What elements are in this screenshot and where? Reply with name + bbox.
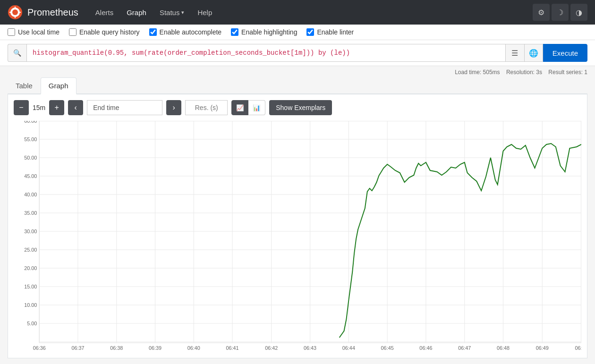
- svg-text:06:40: 06:40: [187, 345, 200, 351]
- svg-rect-3: [15, 7, 16, 9]
- theme-moon-button[interactable]: ☽: [552, 4, 569, 21]
- brand-title: Prometheus: [27, 7, 78, 18]
- svg-text:06:49: 06:49: [536, 345, 549, 351]
- navbar-actions: ⚙ ☽ ◑: [533, 4, 587, 21]
- line-chart-icon: 📈: [236, 104, 244, 111]
- enable-linter-checkbox[interactable]: [306, 28, 314, 36]
- enable-highlighting-label[interactable]: Enable highlighting: [231, 28, 297, 36]
- svg-text:45.00: 45.00: [24, 173, 37, 179]
- settings-button[interactable]: ⚙: [533, 4, 550, 21]
- contrast-button[interactable]: ◑: [570, 4, 587, 21]
- search-actions: ☰ 🌐: [505, 44, 543, 62]
- svg-text:10.00: 10.00: [24, 302, 37, 308]
- resolution: Resolution: 3s: [506, 69, 542, 76]
- svg-text:5.00: 5.00: [27, 321, 37, 326]
- metrics-explorer-button[interactable]: 🌐: [524, 44, 543, 62]
- tab-graph[interactable]: Graph: [41, 77, 76, 94]
- svg-text:06:43: 06:43: [304, 345, 316, 351]
- stacked-chart-icon: 📊: [253, 104, 261, 111]
- result-series: Result series: 1: [548, 69, 587, 76]
- globe-icon: 🌐: [529, 49, 538, 58]
- chart-type-buttons: 📈 📊: [231, 100, 265, 115]
- resolution-input[interactable]: [185, 100, 228, 115]
- svg-text:06:42: 06:42: [265, 345, 278, 351]
- main-content: Load time: 505ms Resolution: 3s Result s…: [0, 66, 595, 364]
- zoom-in-button[interactable]: +: [49, 100, 64, 115]
- svg-text:60.00: 60.00: [24, 121, 37, 124]
- brand: Prometheus: [8, 5, 78, 20]
- svg-text:06:39: 06:39: [149, 345, 162, 351]
- svg-rect-4: [15, 16, 16, 18]
- search-icon-wrap: 🔍: [8, 44, 26, 62]
- enable-query-history-checkbox[interactable]: [69, 28, 76, 36]
- svg-text:15.00: 15.00: [24, 284, 37, 289]
- chart-container: 60.00 55.00 50.00 45.00 40.00 35.00 30.0…: [14, 121, 581, 352]
- svg-text:50.00: 50.00: [24, 155, 37, 161]
- list-icon: ☰: [511, 49, 518, 58]
- tabs: Table Graph: [8, 77, 587, 94]
- svg-text:06:48: 06:48: [497, 345, 510, 351]
- search-icon: 🔍: [13, 49, 21, 57]
- options-bar: Use local time Enable query history Enab…: [0, 25, 595, 40]
- end-time-display: End time: [87, 100, 162, 115]
- svg-text:06:47: 06:47: [458, 345, 471, 351]
- svg-point-2: [12, 9, 18, 15]
- svg-text:06:50: 06:50: [575, 345, 581, 351]
- main-nav: Alerts Graph Status ▾ Help: [90, 6, 218, 19]
- nav-alerts[interactable]: Alerts: [90, 6, 119, 19]
- svg-text:55.00: 55.00: [24, 136, 37, 142]
- svg-text:06:46: 06:46: [419, 345, 432, 351]
- stacked-chart-button[interactable]: 📊: [248, 100, 265, 115]
- use-local-time-label[interactable]: Use local time: [8, 28, 60, 36]
- svg-text:40.00: 40.00: [24, 192, 37, 197]
- enable-highlighting-checkbox[interactable]: [231, 28, 238, 36]
- chevron-down-icon: ▾: [181, 9, 184, 16]
- svg-text:06:38: 06:38: [110, 345, 123, 351]
- svg-rect-5: [9, 12, 12, 13]
- enable-query-history-label[interactable]: Enable query history: [69, 28, 140, 36]
- load-time: Load time: 505ms: [455, 69, 500, 76]
- search-bar: 🔍 ☰ 🌐 Execute: [0, 40, 595, 66]
- svg-rect-6: [18, 12, 21, 13]
- execute-button[interactable]: Execute: [543, 44, 587, 62]
- svg-text:06:44: 06:44: [342, 345, 355, 351]
- query-input[interactable]: [26, 44, 505, 62]
- svg-text:25.00: 25.00: [24, 247, 37, 253]
- show-exemplars-button[interactable]: Show Exemplars: [269, 100, 332, 115]
- prometheus-logo: [8, 5, 23, 20]
- enable-linter-label[interactable]: Enable linter: [306, 28, 354, 36]
- graph-panel: − 15m + ‹ End time › 📈 📊 Show Exemplars: [8, 94, 587, 358]
- tab-table[interactable]: Table: [8, 77, 41, 94]
- svg-text:30.00: 30.00: [24, 229, 37, 234]
- enable-autocomplete-checkbox[interactable]: [149, 28, 157, 36]
- svg-text:06:36: 06:36: [33, 345, 46, 351]
- svg-text:20.00: 20.00: [24, 265, 37, 271]
- next-time-button[interactable]: ›: [166, 100, 181, 115]
- enable-autocomplete-label[interactable]: Enable autocomplete: [149, 28, 222, 36]
- navbar: Prometheus Alerts Graph Status ▾ Help ⚙ …: [0, 0, 595, 25]
- zoom-out-button[interactable]: −: [14, 100, 29, 115]
- svg-text:06:41: 06:41: [226, 345, 239, 351]
- line-chart-button[interactable]: 📈: [231, 100, 248, 115]
- prev-time-button[interactable]: ‹: [68, 100, 83, 115]
- time-range-label: 15m: [33, 104, 45, 111]
- svg-text:35.00: 35.00: [24, 210, 37, 216]
- nav-status[interactable]: Status ▾: [154, 6, 190, 19]
- chart-svg: 60.00 55.00 50.00 45.00 40.00 35.00 30.0…: [14, 121, 581, 352]
- graph-controls: − 15m + ‹ End time › 📈 📊 Show Exemplars: [14, 100, 581, 115]
- use-local-time-checkbox[interactable]: [8, 28, 15, 36]
- svg-text:06:37: 06:37: [71, 345, 84, 351]
- query-options-button[interactable]: ☰: [505, 44, 524, 62]
- meta-info: Load time: 505ms Resolution: 3s Result s…: [8, 66, 587, 77]
- nav-help[interactable]: Help: [192, 6, 218, 19]
- nav-graph[interactable]: Graph: [121, 6, 152, 19]
- svg-text:06:45: 06:45: [381, 345, 394, 351]
